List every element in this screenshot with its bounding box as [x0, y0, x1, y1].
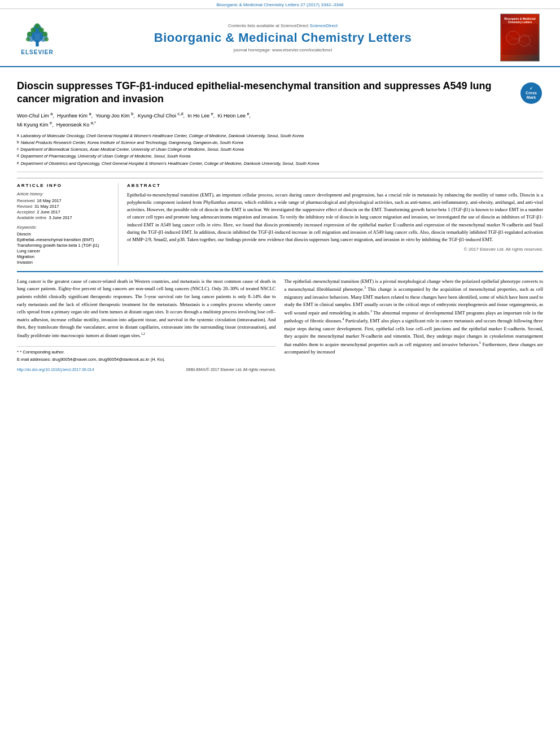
email-line: E-mail addresses: drug90054@naver.com, d… [17, 356, 276, 363]
journal-cover-area: Bioorganic & Medicinal Chemistry Letters [500, 14, 551, 62]
affiliation-a: a Laboratory of Molecular Oncology, Chei… [17, 133, 515, 139]
article-history-block: Article history: Received 16 May 2017 Re… [17, 191, 112, 220]
science-direct-link[interactable]: ScienceDirect [310, 23, 338, 28]
affiliation-b: b Natural Products Research Center, Kore… [17, 139, 515, 146]
body-two-col: Lung cancer is the greatest cause of can… [17, 278, 543, 373]
date-received: Received 16 May 2017 [17, 198, 112, 203]
keyword-5: Migration [17, 254, 112, 259]
keywords-block: Keywords: Dioscin Epithelial–mesenchymal… [17, 225, 112, 265]
article-title-section: Dioscin suppresses TGF-β1-induced epithe… [17, 73, 543, 172]
footer-bar: http://dx.doi.org/10.1016/j.bmcl.2017.06… [17, 366, 276, 373]
body-left-column: Lung cancer is the greatest cause of can… [17, 278, 276, 373]
science-direct-text: Contents lists available at ScienceDirec… [71, 23, 495, 28]
elsevier-tree-icon [20, 20, 54, 48]
journal-cover-image: Bioorganic & Medicinal Chemistry Letters [500, 14, 540, 62]
crossmark-icon[interactable]: ✓CrossMark [520, 82, 542, 104]
svg-point-10 [26, 37, 30, 41]
date-accepted: Accepted 2 June 2017 [17, 209, 112, 215]
svg-point-8 [27, 32, 32, 37]
journal-header: ELSEVIER Contents lists available at Sci… [0, 9, 560, 67]
affiliation-d: d Department of Pharmacology, University… [17, 153, 515, 159]
doi-link[interactable]: http://dx.doi.org/10.1016/j.bmcl.2017.06… [17, 366, 94, 373]
body-section: Lung cancer is the greatest cause of can… [17, 271, 543, 373]
journal-citation-text: Bioorganic & Medicinal Chemistry Letters… [216, 2, 343, 7]
issn-copyright: 0960-894X/© 2017 Elsevier Ltd. All right… [186, 366, 276, 373]
author-1: Won-Chul Lim a, [17, 113, 56, 119]
journal-citation-bar: Bioorganic & Medicinal Chemistry Letters… [0, 0, 560, 9]
corresponding-label: * Corresponding author. [20, 350, 64, 355]
affiliations: a Laboratory of Molecular Oncology, Chei… [17, 133, 515, 167]
abstract-copyright: © 2017 Elsevier Ltd. All rights reserved… [127, 247, 543, 252]
article-footnote: * * Corresponding author. E-mail address… [17, 346, 276, 363]
cover-image-graphic [502, 24, 538, 55]
email-label: E-mail addresses: [17, 357, 51, 362]
author-6: Ki Heon Lee e, [217, 113, 252, 119]
date-available-online: Available online 3 June 2017 [17, 215, 112, 220]
history-label: Article history: [17, 191, 112, 196]
author-7: Mi Kyung Kim e, [17, 122, 55, 128]
abstract-text: Epithelial-to-mesenchymal transition (EM… [127, 191, 543, 243]
abstract-column: ABSTRACT Epithelial-to-mesenchymal trans… [127, 183, 543, 265]
crossmark-badge[interactable]: ✓CrossMark [520, 82, 543, 105]
journal-homepage: journal homepage: www.elsevier.com/locat… [71, 47, 495, 53]
article-info-label: ARTICLE INFO [17, 183, 112, 188]
affiliation-c: c Department of Biomedical Sciences, Asa… [17, 146, 515, 152]
journal-title: Bioorganic & Medicinal Chemistry Letters [71, 30, 495, 45]
keyword-3: Transforming growth factor-beta 1 (TGF-β… [17, 243, 112, 248]
article-title-text-area: Dioscin suppresses TGF-β1-induced epithe… [17, 80, 515, 167]
keyword-4: Lung cancer [17, 248, 112, 254]
abstract-paragraph: Epithelial-to-mesenchymal transition (EM… [127, 191, 543, 243]
keyword-6: Invasion [17, 260, 112, 265]
svg-rect-12 [502, 24, 538, 55]
article-info-column: ARTICLE INFO Article history: Received 1… [17, 183, 119, 265]
keyword-2: Epithelial–mesenchymal transition (EMT) [17, 237, 112, 242]
authors-line: Won-Chul Lim a, Hyunhee Kim a, Young-Joo… [17, 111, 515, 129]
elsevier-logo: ELSEVIER [9, 20, 65, 55]
article-title: Dioscin suppresses TGF-β1-induced epithe… [17, 80, 515, 106]
svg-point-5 [30, 28, 36, 33]
journal-title-area: Contents lists available at ScienceDirec… [65, 23, 500, 53]
body-right-column: The epithelial–mesenchymal transition (E… [285, 278, 544, 373]
author-3: Young-Joo Kim b, [95, 113, 136, 119]
abstract-label: ABSTRACT [127, 183, 543, 188]
svg-point-11 [45, 37, 49, 41]
body-para-1: Lung cancer is the greatest cause of can… [17, 278, 276, 340]
article-info-abstract-section: ARTICLE INFO Article history: Received 1… [17, 178, 543, 265]
article-content: Dioscin suppresses TGF-β1-induced epithe… [0, 67, 560, 378]
corresponding-author-note: * * Corresponding author. [17, 349, 276, 356]
affiliation-e: e Department of Obstetrics and Gynecolog… [17, 160, 515, 167]
svg-point-7 [34, 23, 40, 28]
body-para-2: The epithelial–mesenchymal transition (E… [285, 278, 544, 356]
crossmark-label: ✓CrossMark [526, 86, 537, 99]
keywords-label: Keywords: [17, 225, 112, 230]
email-values: drug90054@naver.com, drug90054@dankook.a… [52, 357, 165, 362]
author-8: Hyeonseok Ko a,* [56, 122, 96, 128]
elsevier-text: ELSEVIER [21, 49, 53, 55]
publisher-logo-area: ELSEVIER [9, 20, 65, 55]
cover-title-text: Bioorganic & Medicinal Chemistry Letters [502, 17, 537, 24]
author-5: In Ho Lee e, [187, 113, 216, 119]
date-revised: Revised 31 May 2017 [17, 204, 112, 209]
svg-point-9 [42, 32, 47, 37]
svg-point-6 [39, 28, 44, 33]
keyword-1: Dioscin [17, 231, 112, 237]
author-4: Kyung-Chul Choi c,d, [138, 113, 186, 119]
author-2: Hyunhee Kim a, [57, 113, 94, 119]
